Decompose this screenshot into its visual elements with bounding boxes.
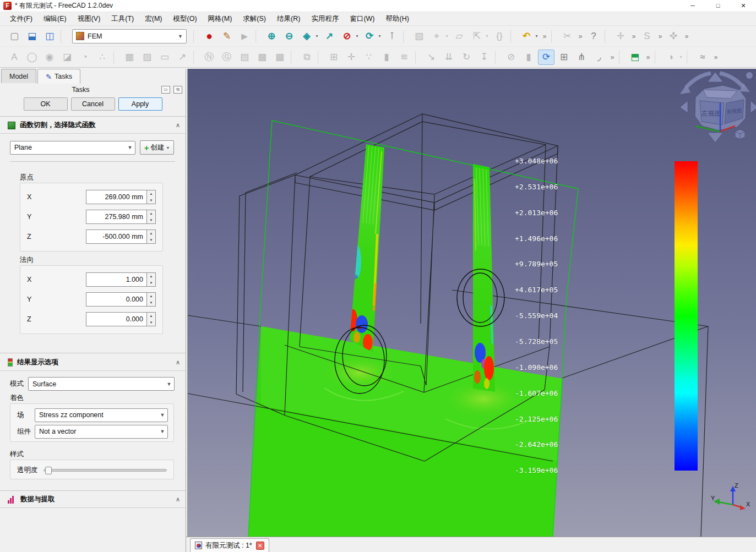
collapse-chevron-icon[interactable]: ∧ — [176, 122, 180, 129]
measure-caliper-icon[interactable]: ⊺ — [384, 29, 400, 44]
fem-bend-icon[interactable]: ◞ — [591, 50, 607, 65]
separator[interactable] — [687, 51, 692, 64]
probe-icon[interactable]: ✜ — [665, 29, 682, 44]
overflow-chevron-icon[interactable]: » — [630, 29, 638, 44]
menu-item[interactable]: 宏(M) — [139, 13, 167, 25]
overflow-chevron-icon[interactable]: » — [541, 29, 548, 44]
cancel-button[interactable]: Cancel — [71, 97, 115, 111]
overflow-chevron-icon[interactable]: » — [683, 29, 690, 44]
cut-icon[interactable]: ✂ — [559, 29, 575, 44]
sketch-icon[interactable]: S — [639, 29, 655, 44]
normal-x-stepper[interactable]: ▲▼ — [146, 272, 156, 287]
close-button[interactable]: ✕ — [731, 0, 756, 12]
fem-fixed-support-icon[interactable]: ↧ — [476, 50, 492, 65]
fem-capsule-icon[interactable]: ▮ — [378, 50, 395, 65]
fem-spheres-icon[interactable]: ∴ — [94, 50, 111, 65]
menu-item[interactable]: 窗口(W) — [344, 13, 380, 25]
create-function-button[interactable]: + 创建 ▼ — [140, 140, 174, 155]
separator[interactable] — [193, 30, 198, 43]
normal-z-stepper[interactable]: ▲▼ — [146, 312, 156, 326]
macro-edit-icon[interactable]: ✎ — [219, 29, 235, 44]
tab-close-icon[interactable]: ✕ — [256, 542, 264, 550]
overflow-chevron-icon[interactable]: » — [712, 50, 720, 65]
dropdown-arrow-icon[interactable]: ▾ — [314, 29, 320, 44]
fem-pressure-icon[interactable]: ⇊ — [440, 50, 457, 65]
menu-item[interactable]: 模型(O) — [168, 13, 203, 25]
3d-viewport[interactable]: 左视图 前视图 — [187, 69, 756, 537]
separator[interactable] — [403, 30, 408, 43]
menu-item[interactable]: 工具(T) — [106, 13, 139, 25]
separator[interactable] — [61, 30, 66, 43]
overflow-chevron-icon[interactable]: » — [576, 29, 584, 44]
transparency-slider-handle[interactable] — [45, 467, 52, 474]
fem-column-icon[interactable]: ▮ — [520, 50, 537, 65]
fem-mesh-gmsh-icon[interactable]: Ⓖ — [219, 50, 235, 65]
field-combo[interactable]: Stress zz component ▼ — [35, 408, 168, 422]
menu-item[interactable]: 网格(M) — [203, 13, 238, 25]
dropdown-arrow-icon[interactable]: ▾ — [678, 50, 684, 65]
fem-probe-icon[interactable]: ✛ — [343, 50, 360, 65]
fem-contact-icon[interactable]: ∵ — [361, 50, 377, 65]
document-tab[interactable]: 有限元测试 : 1* ✕ — [190, 538, 269, 552]
component-combo[interactable]: Not a vector ▼ — [35, 425, 168, 439]
open-file-icon[interactable]: ⬓ — [24, 29, 40, 44]
zoom-out-icon[interactable]: ⊖ — [281, 29, 297, 44]
menu-item[interactable]: 编辑(E) — [38, 13, 72, 25]
fem-force-icon[interactable]: ↘ — [423, 50, 439, 65]
separator[interactable] — [551, 30, 556, 43]
macro-run-icon[interactable]: ▶ — [236, 29, 253, 44]
origin-z-input[interactable]: -500.000 mm — [86, 229, 146, 244]
zoom-in-icon[interactable]: ⊕ — [263, 29, 280, 44]
overflow-chevron-icon[interactable]: » — [644, 50, 652, 65]
separator[interactable] — [605, 30, 610, 43]
fem-mesh-crusher-icon[interactable]: ▨ — [139, 50, 155, 65]
dropdown-arrow-icon[interactable]: ▾ — [444, 29, 450, 44]
fem-mesh-box-icon[interactable]: ▦ — [121, 50, 138, 65]
fem-mesh-group-icon[interactable]: ▩ — [254, 50, 270, 65]
fem-grid-icon[interactable]: ⊞ — [556, 50, 572, 65]
function-type-combo[interactable]: Plane ▼ — [10, 141, 135, 155]
placement-axes-icon[interactable]: ⌖ — [428, 29, 445, 44]
fem-mesh-to-part-icon[interactable]: ⧉ — [298, 50, 315, 65]
fem-deactivate-icon[interactable]: ⊘ — [503, 50, 519, 65]
dock-panel-icon[interactable]: ▭ — [161, 86, 170, 94]
tab-model[interactable]: Model — [1, 69, 36, 83]
menu-item[interactable]: 求解(S) — [237, 13, 271, 25]
overflow-chevron-icon[interactable]: » — [608, 50, 616, 65]
section-data-extraction[interactable]: 数据与提取 ∧ — [0, 491, 186, 508]
separator[interactable] — [291, 51, 296, 64]
dropdown-arrow-icon[interactable]: ▾ — [484, 29, 490, 44]
menu-item[interactable]: 实用程序 — [306, 13, 344, 25]
separator[interactable] — [415, 51, 420, 64]
mode-combo[interactable]: Surface ▼ — [28, 377, 175, 391]
whats-this-icon[interactable]: ? — [585, 29, 602, 44]
fem-filter-functions-icon[interactable]: ≈ — [694, 50, 711, 65]
separator[interactable] — [655, 51, 660, 64]
part-box-icon[interactable]: ▧ — [411, 29, 427, 44]
refresh-zoom-icon[interactable]: ⟳ — [361, 29, 378, 44]
fem-refresh-result-icon[interactable]: ⟳ — [538, 50, 554, 65]
fem-text-annotation-icon[interactable]: A — [6, 50, 23, 65]
section-cut-function[interactable]: 函数切割，选择隐式函数 ∧ — [0, 117, 186, 134]
fem-mesh-refinement-icon[interactable]: ▩ — [271, 50, 288, 65]
fem-rotation-icon[interactable]: ↻ — [458, 50, 475, 65]
normal-y-stepper[interactable]: ▲▼ — [146, 292, 156, 307]
float-panel-icon[interactable]: ⧉ — [173, 86, 182, 94]
undo-icon[interactable]: ↶ — [518, 29, 535, 44]
separator[interactable] — [113, 51, 118, 64]
clipping-plane-icon[interactable]: ⊘ — [339, 29, 355, 44]
origin-z-stepper[interactable]: ▲▼ — [146, 229, 156, 244]
fem-pipeline-icon[interactable]: ⋔ — [573, 50, 590, 65]
origin-x-stepper[interactable]: ▲▼ — [146, 190, 156, 204]
fem-arrow-icon[interactable]: ↗ — [174, 50, 191, 65]
separator[interactable] — [318, 51, 323, 64]
dropdown-arrow-icon[interactable]: ▾ — [377, 29, 383, 44]
minimize-button[interactable]: ─ — [680, 0, 705, 12]
fem-warp-vector-icon[interactable]: ◑ — [662, 50, 679, 65]
normal-x-input[interactable]: 1.000 — [86, 272, 146, 287]
group-folder-icon[interactable]: ▱ — [451, 29, 467, 44]
separator[interactable] — [510, 30, 515, 43]
sync-view-icon[interactable]: ↗ — [321, 29, 338, 44]
3d-view-canvas[interactable]: 左视图 前视图 — [188, 69, 756, 537]
measure-linear-icon[interactable]: ✛ — [612, 29, 629, 44]
